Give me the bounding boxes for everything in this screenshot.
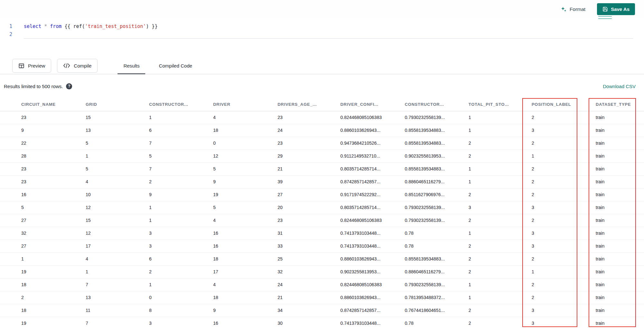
code-token: select <box>24 23 41 29</box>
table-cell: 27 <box>0 214 85 227</box>
table-cell: 0 <box>213 137 277 150</box>
save-as-button[interactable]: Save As <box>597 3 635 15</box>
table-cell: 11 <box>85 304 149 317</box>
table-cell: 3 <box>531 201 595 214</box>
tab-results[interactable]: Results <box>114 57 149 74</box>
column-header[interactable]: GRID <box>85 98 149 111</box>
table-cell: 2 <box>531 188 595 201</box>
table-cell: 1 <box>149 278 213 291</box>
table-cell: 2 <box>468 150 531 162</box>
table-cell: 2 <box>468 240 531 252</box>
table-cell: 2 <box>468 317 531 328</box>
table-cell: 2 <box>531 278 595 291</box>
code-line[interactable] <box>24 31 633 39</box>
table-cell: 0.8860465116279... <box>404 175 468 188</box>
editor-toolbar: Format Save As <box>0 0 644 18</box>
table-cell: 2 <box>531 137 595 150</box>
table-cell: 2 <box>531 214 595 227</box>
table-cell: 1 <box>468 124 531 137</box>
table-cell: 9 <box>149 188 213 201</box>
code-line[interactable]: select * from {{ ref('train_test_positio… <box>24 23 633 31</box>
table-cell: 0.7930232558139... <box>404 278 468 291</box>
table-cell: 29 <box>277 150 340 162</box>
column-header[interactable]: DATASET_TYPE <box>595 98 644 111</box>
table-cell: 27 <box>0 240 85 252</box>
table-cell: 24 <box>277 124 340 137</box>
table-cell: 3 <box>149 317 213 328</box>
editor-lines[interactable]: select * from {{ ref('train_test_positio… <box>15 23 644 57</box>
table-cell: 17 <box>85 240 149 252</box>
table-cell: 0.824468085106383 <box>340 214 404 227</box>
table-row: 913618240.8860103626943...0.855813953488… <box>0 124 644 137</box>
format-button[interactable]: Format <box>558 6 587 13</box>
table-icon <box>18 63 24 69</box>
column-header[interactable]: DRIVER_CONFI... <box>340 98 404 111</box>
column-header[interactable]: POSITION_LABEL <box>531 98 595 111</box>
table-cell: 0.8511627906976... <box>404 188 468 201</box>
table-cell: 1 <box>468 111 531 124</box>
table-cell: 5 <box>85 162 149 175</box>
help-icon[interactable]: ? <box>66 83 72 89</box>
table-cell: 2 <box>468 252 531 265</box>
table-cell: 2 <box>149 265 213 278</box>
table-row: 1610919270.9171974522292...0.85116279069… <box>0 188 644 201</box>
download-csv-link[interactable]: Download CSV <box>603 84 636 89</box>
table-cell: 4 <box>85 252 149 265</box>
compile-button-label: Compile <box>74 63 91 68</box>
table-cell: 8 <box>149 304 213 317</box>
table-cell: 28 <box>0 150 85 162</box>
table-cell: 6 <box>149 124 213 137</box>
table-cell: 23 <box>0 111 85 124</box>
code-token: {{ ref( <box>62 23 85 29</box>
table-cell: 1 <box>85 265 149 278</box>
save-icon <box>602 6 608 12</box>
table-cell: 18 <box>213 291 277 304</box>
table-cell: 27 <box>277 188 340 201</box>
table-cell: train <box>595 175 644 188</box>
column-header[interactable]: DRIVER <box>213 98 277 111</box>
format-button-label: Format <box>570 6 585 12</box>
table-cell: 3 <box>149 227 213 240</box>
preview-button[interactable]: Preview <box>12 59 51 73</box>
table-cell: 0.9023255813953... <box>404 150 468 162</box>
table-row: 23429390.8742857142857...0.8860465116279… <box>0 175 644 188</box>
table-cell: 4 <box>213 111 277 124</box>
sql-editor[interactable]: 12 select * from {{ ref('train_test_posi… <box>0 18 644 57</box>
table-cell: 1 <box>468 162 531 175</box>
table-cell: 15 <box>85 111 149 124</box>
column-header[interactable]: TOTAL_PIT_STO... <box>468 98 531 111</box>
column-header[interactable]: CONSTRUCTOR... <box>149 98 213 111</box>
table-cell: 0.9112149532710... <box>340 150 404 162</box>
column-header[interactable]: CIRCUIT_NAME <box>0 98 85 111</box>
table-cell: 2 <box>531 291 595 304</box>
code-token: from <box>50 23 62 29</box>
table-cell: 7 <box>149 162 213 175</box>
table-cell: 23 <box>277 137 340 150</box>
code-token: ) }} <box>146 23 157 29</box>
table-cell: 10 <box>85 188 149 201</box>
table-row: 191217320.9023255813953...0.886046511627… <box>0 265 644 278</box>
row-limit-notice: Results limited to 500 rows. <box>4 84 63 89</box>
tab-compiled-code[interactable]: Compiled Code <box>149 57 202 74</box>
table-cell: 3 <box>531 240 595 252</box>
table-cell: 1 <box>531 150 595 162</box>
column-header[interactable]: CONSTRUCTOR... <box>404 98 468 111</box>
table-cell: 0.8558139534883... <box>404 137 468 150</box>
table-row: 231514230.8244680851063830.7930232558139… <box>0 111 644 124</box>
table-cell: 2 <box>468 137 531 150</box>
table-cell: 4 <box>213 214 277 227</box>
table-row: 2717316330.7413793103448...0.7823train <box>0 240 644 252</box>
table-body: 231514230.8244680851063830.7930232558139… <box>0 111 644 328</box>
table-cell: 3 <box>468 201 531 214</box>
table-cell: 23 <box>0 162 85 175</box>
code-token <box>47 23 50 29</box>
preview-button-label: Preview <box>28 63 45 68</box>
table-cell: 0.7813953488372... <box>404 291 468 304</box>
code-token <box>41 23 44 29</box>
table-cell: 16 <box>213 227 277 240</box>
table-cell: 34 <box>277 304 340 317</box>
table-cell: 0.8035714285714... <box>340 162 404 175</box>
compile-button[interactable]: Compile <box>57 59 98 73</box>
table-cell: 0.9023255813953... <box>340 265 404 278</box>
column-header[interactable]: DRIVERS_AGE_... <box>277 98 340 111</box>
